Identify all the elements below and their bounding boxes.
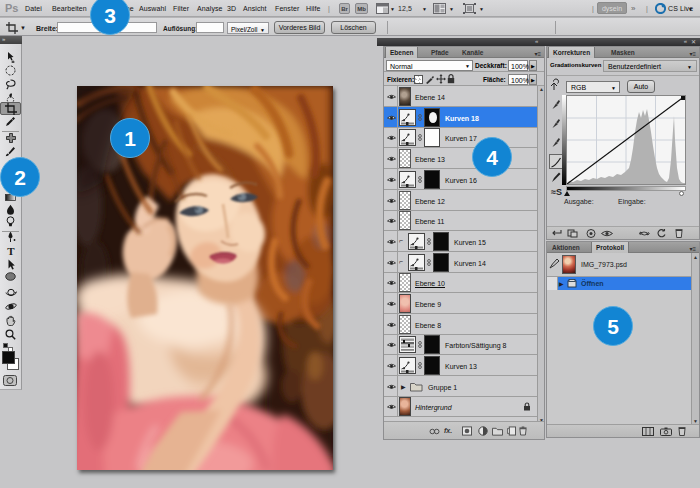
svg-text:T: T (7, 245, 15, 256)
svg-text:Mb: Mb (357, 6, 366, 12)
svg-text:Br: Br (341, 6, 348, 12)
